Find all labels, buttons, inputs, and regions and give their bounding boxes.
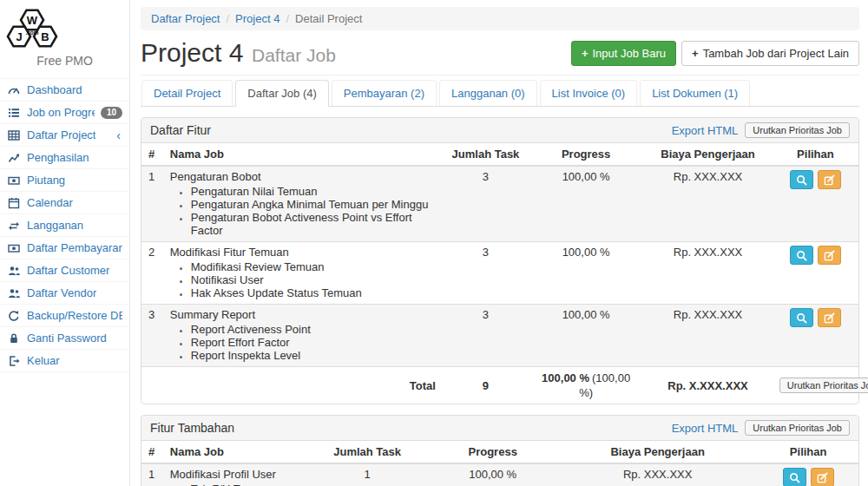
svg-text:.com: .com — [25, 30, 38, 36]
lock-icon — [7, 332, 21, 345]
job-count-badge: 10 — [101, 107, 122, 119]
sidebar-item-job-on-progress[interactable]: Job on Progress 10 — [0, 101, 129, 123]
urutkan-prioritas-button[interactable]: Urutkan Prioritas Job — [779, 378, 868, 393]
sidebar-item-daftar-vendor[interactable]: Daftar Vendor — [0, 281, 129, 304]
page-title-group: Project 4 Daftar Job — [141, 38, 336, 68]
column-header: Biaya Pengerjaan — [557, 441, 758, 463]
table-header-row: # Nama Job Jumlah Task Progress Biaya Pe… — [141, 143, 858, 166]
edit-job-button[interactable] — [818, 170, 841, 189]
column-header: Biaya Pengerjaan — [643, 143, 773, 166]
tab-pembayaran[interactable]: Pembayaran (2) — [332, 80, 437, 106]
sidebar-item-dashboard[interactable]: Dashboard — [0, 78, 129, 101]
job-name: Summary Report — [170, 308, 436, 321]
tab-daftar-job[interactable]: Daftar Job (4) — [235, 80, 328, 107]
progress-cell: 100,00 % — [529, 166, 643, 242]
sidebar-item-daftar-project[interactable]: Daftar Project ‹ — [0, 123, 129, 146]
breadcrumb-link-daftar-project[interactable]: Daftar Project — [151, 12, 220, 25]
subtask-item: Modifikasi Review Temuan — [191, 260, 436, 273]
biaya-cell: Rp. XXX.XXX — [643, 242, 773, 305]
panel-heading: Fitur Tambahan Export HTML Urutkan Prior… — [141, 416, 858, 441]
biaya-cell: Rp. XXX.XXX — [557, 463, 758, 486]
edit-job-button[interactable] — [818, 308, 841, 327]
view-job-button[interactable] — [790, 246, 813, 265]
export-html-link[interactable]: Export HTML — [672, 124, 739, 137]
job-name: Modifikasi Profil User — [170, 468, 299, 481]
sidebar-item-piutang[interactable]: Piutang — [0, 168, 129, 191]
table-row: 1 Modifikasi Profil User Tab F/U Temuan … — [141, 463, 858, 486]
fitur-tambahan-table: # Nama Job Jumlah Task Progress Biaya Pe… — [141, 441, 858, 486]
subtask-item: Pengaturan Angka Minimal Temuan per Ming… — [191, 198, 436, 211]
breadcrumb: Daftar Project / Project 4 / Detail Proj… — [141, 7, 859, 30]
money-icon — [7, 174, 21, 187]
view-job-button[interactable] — [790, 308, 813, 327]
sidebar-item-penghasilan[interactable]: Penghasilan — [0, 146, 129, 168]
sidebar-item-label: Dashboard — [27, 83, 82, 96]
progress-cell: 100,00 % — [529, 305, 643, 367]
edit-job-button[interactable] — [811, 468, 834, 486]
jwb-logo-icon: W J B .com — [0, 7, 64, 52]
subtask-item: Report Effort Factor — [191, 336, 436, 349]
tab-langganan[interactable]: Langganan (0) — [439, 80, 537, 106]
subtask-list: Pengaturan Nilai Temuan Pengaturan Angka… — [191, 185, 436, 237]
sidebar-item-label: Daftar Vendor — [27, 286, 96, 299]
tab-list-dokumen[interactable]: List Dokumen (1) — [640, 80, 750, 106]
job-list-icon — [7, 107, 21, 119]
panel-daftar-fitur: Daftar Fitur Export HTML Urutkan Priorit… — [141, 117, 859, 404]
search-icon — [796, 174, 807, 186]
table-row: 1 Pengaturan Bobot Pengaturan Nilai Temu… — [141, 166, 858, 242]
sidebar-item-daftar-customer[interactable]: Daftar Customer — [0, 259, 129, 281]
progress-cell: 100,00 % — [428, 463, 557, 486]
row-number: 1 — [141, 463, 163, 486]
job-name: Modifikasi Fitur Temuan — [170, 246, 436, 259]
input-job-baru-button[interactable]: + Input Job Baru — [571, 41, 676, 66]
repeat-icon — [7, 220, 21, 232]
total-progress: 100,00 %(100,00 %) — [529, 367, 643, 404]
users-icon — [7, 287, 21, 299]
sidebar-item-label: Daftar Project — [27, 128, 95, 141]
column-header: Progress — [428, 441, 557, 463]
sidebar: W J B .com Free PMO Dashboard Job on Pro… — [0, 0, 130, 486]
edit-job-button[interactable] — [818, 246, 841, 265]
subtask-item: Pengaturan Nilai Temuan — [191, 185, 436, 198]
urutkan-prioritas-button[interactable]: Urutkan Prioritas Job — [745, 122, 850, 138]
urutkan-prioritas-button[interactable]: Urutkan Prioritas Job — [745, 420, 850, 436]
export-html-link[interactable]: Export HTML — [672, 422, 739, 435]
jumlah-task-cell: 3 — [443, 305, 529, 367]
panel-heading-actions: Export HTML Urutkan Prioritas Job — [672, 420, 850, 436]
job-name-cell: Modifikasi Profil User Tab F/U Temuan — [163, 463, 306, 486]
sidebar-item-calendar[interactable]: Calendar — [0, 191, 129, 213]
sidebar-item-label: Keluar — [27, 354, 60, 367]
subtask-item: Pengaturan Bobot Activeness Point vs Eff… — [191, 211, 436, 237]
breadcrumb-link-project-4[interactable]: Project 4 — [235, 12, 279, 25]
search-icon — [796, 312, 807, 324]
row-number: 1 — [141, 166, 163, 242]
svg-text:J: J — [16, 30, 22, 43]
money-icon — [7, 242, 21, 254]
view-job-button[interactable] — [783, 468, 806, 486]
view-job-button[interactable] — [790, 170, 813, 189]
sidebar-item-daftar-pembayaran[interactable]: Daftar Pembayaran — [0, 236, 129, 259]
tambah-job-button[interactable]: + Tambah Job dari Project Lain — [681, 41, 859, 66]
sidebar-item-keluar[interactable]: Keluar — [0, 349, 129, 372]
sidebar-item-langganan[interactable]: Langganan — [0, 213, 129, 236]
dashboard-icon — [7, 84, 21, 96]
sidebar-item-backup-restore[interactable]: Backup/Restore DB — [0, 304, 129, 326]
page-title: Project 4 — [141, 38, 243, 67]
app-window: W J B .com Free PMO Dashboard Job on Pro… — [0, 0, 868, 486]
column-header: Nama Job — [163, 143, 443, 166]
job-name-cell: Summary Report Report Activeness Point R… — [163, 305, 443, 367]
total-cost: Rp. X.XXX.XXX — [643, 367, 773, 404]
table-row: 3 Summary Report Report Activeness Point… — [141, 305, 858, 367]
sidebar-item-ganti-password[interactable]: Ganti Password — [0, 326, 129, 349]
progress-cell: 100,00 % — [529, 242, 643, 305]
table-icon — [7, 129, 21, 141]
subtask-list: Report Activeness Point Report Effort Fa… — [191, 323, 436, 362]
total-tasks: 9 — [443, 367, 529, 404]
job-name-cell: Pengaturan Bobot Pengaturan Nilai Temuan… — [163, 166, 443, 242]
breadcrumb-separator: / — [286, 12, 289, 25]
panel-heading-actions: Export HTML Urutkan Prioritas Job — [672, 122, 850, 138]
pilihan-cell — [773, 305, 858, 367]
sidebar-item-label: Backup/Restore DB — [27, 309, 122, 322]
tab-detail-project[interactable]: Detail Project — [141, 80, 233, 106]
tab-list-invoice[interactable]: List Invoice (0) — [540, 80, 638, 106]
